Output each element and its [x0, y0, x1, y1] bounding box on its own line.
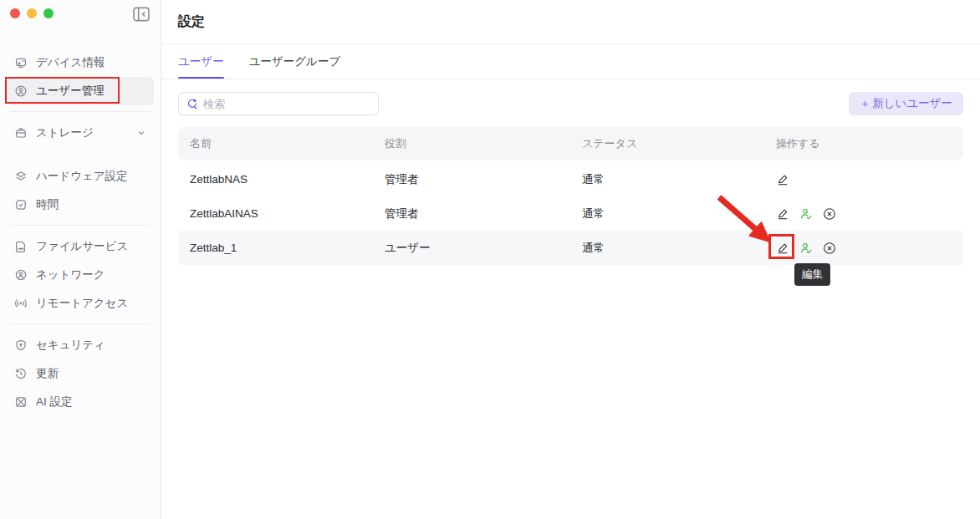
sidebar-item-label: セキュリティ [36, 338, 146, 353]
column-header-actions: 操作する [776, 136, 963, 151]
sidebar-item-device-info[interactable]: デバイス情報 [7, 48, 154, 77]
divider [161, 79, 980, 79]
remote-access-icon [14, 297, 28, 310]
sidebar-item-label: 時間 [36, 197, 146, 212]
sidebar-item-label: 更新 [36, 366, 146, 381]
sidebar: デバイス情報 ユーザー管理 [0, 0, 161, 519]
sidebar-item-network[interactable]: ネットワーク [7, 261, 154, 289]
time-icon [14, 198, 28, 211]
settings-page: 設定 ユーザー ユーザーグループ ＋ 新しいユ [161, 0, 980, 519]
close-button[interactable] [10, 8, 20, 18]
sidebar-item-time[interactable]: 時間 [7, 191, 154, 219]
user-status: 通常 [582, 241, 776, 256]
toolbar: ＋ 新しいユーザー [178, 92, 963, 115]
sidebar-item-storage[interactable]: ストレージ [7, 119, 154, 147]
sidebar-item-security[interactable]: セキュリティ [7, 331, 154, 359]
user-name: Zettlab_1 [178, 242, 385, 254]
user-role: ユーザー [385, 241, 582, 256]
column-header-role: 役割 [385, 136, 582, 151]
edit-user-button[interactable] [776, 242, 789, 255]
update-icon [14, 367, 28, 380]
sidebar-item-label: デバイス情報 [36, 55, 146, 70]
sidebar-divider [10, 225, 151, 226]
new-user-button[interactable]: ＋ 新しいユーザー [849, 92, 963, 115]
sidebar-item-label: AI 設定 [36, 394, 146, 410]
sidebar-item-label: リモートアクセス [36, 296, 146, 311]
edit-pencil-icon [776, 207, 789, 221]
user-permission-button[interactable] [799, 207, 813, 221]
sidebar-item-update[interactable]: 更新 [7, 359, 154, 388]
circle-x-icon [823, 207, 836, 221]
edit-user-button[interactable] [776, 173, 789, 186]
file-service-icon [14, 240, 28, 253]
tab-users[interactable]: ユーザー [178, 44, 224, 79]
minimize-button[interactable] [27, 8, 37, 18]
sidebar-item-remote-access[interactable]: リモートアクセス [7, 289, 154, 318]
tab-label: ユーザーグループ [249, 54, 341, 69]
storage-icon [14, 126, 28, 140]
sidebar-item-label: ストレージ [36, 125, 128, 140]
user-name: ZettlabAINAS [178, 207, 385, 220]
chevron-down-icon[interactable] [136, 128, 146, 138]
sidebar-divider [10, 323, 151, 324]
ai-settings-icon [14, 395, 28, 409]
edit-pencil-icon [776, 242, 789, 255]
circle-x-icon [823, 242, 836, 255]
column-header-name: 名前 [178, 136, 385, 151]
disable-user-button[interactable] [823, 207, 836, 221]
maximize-button[interactable] [43, 8, 54, 18]
tab-label: ユーザー [178, 54, 224, 69]
search-box[interactable] [178, 92, 379, 115]
user-management-icon [14, 84, 28, 98]
table-header: 名前 役割 ステータス 操作する [178, 127, 963, 160]
tooltip-text: 編集 [802, 268, 823, 280]
sidebar-divider [10, 111, 151, 112]
column-header-status: ステータス [582, 136, 776, 151]
device-info-icon [14, 56, 28, 69]
table-row[interactable]: ZettlabNAS 管理者 通常 [178, 162, 963, 196]
sidebar-item-hardware-settings[interactable]: ハードウェア設定 [7, 162, 154, 191]
network-icon [14, 268, 28, 282]
user-status: 通常 [582, 206, 776, 221]
page-title: 設定 [178, 13, 205, 31]
edit-user-button[interactable] [776, 207, 789, 221]
edit-pencil-icon [776, 173, 789, 186]
sidebar-item-label: ネットワーク [36, 267, 146, 282]
window-controls [10, 8, 54, 18]
collapse-sidebar-icon[interactable] [132, 5, 151, 23]
user-name: ZettlabNAS [178, 173, 385, 186]
security-icon [14, 338, 28, 352]
user-status: 通常 [582, 172, 776, 187]
sidebar-item-user-management[interactable]: ユーザー管理 [7, 77, 154, 105]
sidebar-item-label: ユーザー管理 [36, 84, 146, 99]
user-table-body: ZettlabNAS 管理者 通常 ZettlabAINAS 管理者 通常 [178, 162, 963, 265]
user-check-icon [799, 207, 813, 221]
row-actions [776, 207, 963, 221]
sidebar-item-file-service[interactable]: ファイルサービス [7, 232, 154, 261]
sidebar-item-label: ハードウェア設定 [36, 169, 146, 184]
plus-icon: ＋ [860, 96, 871, 111]
row-actions [776, 242, 963, 255]
user-role: 管理者 [385, 172, 582, 187]
tab-user-groups[interactable]: ユーザーグループ [249, 44, 341, 79]
disable-user-button[interactable] [823, 242, 836, 255]
new-user-label: 新しいユーザー [872, 96, 952, 111]
table-row[interactable]: Zettlab_1 ユーザー 通常 [178, 231, 963, 265]
table-row[interactable]: ZettlabAINAS 管理者 通常 [178, 196, 963, 231]
search-icon [186, 98, 198, 110]
sidebar-item-ai-settings[interactable]: AI 設定 [7, 388, 154, 416]
user-role: 管理者 [385, 206, 582, 221]
sidebar-nav: デバイス情報 ユーザー管理 [0, 48, 161, 416]
row-actions [776, 173, 963, 186]
user-check-icon [799, 242, 813, 255]
user-permission-button[interactable] [799, 242, 813, 255]
tab-bar: ユーザー ユーザーグループ [178, 44, 340, 79]
sidebar-item-label: ファイルサービス [36, 239, 146, 254]
edit-tooltip: 編集 [794, 263, 830, 286]
hardware-settings-icon [14, 170, 28, 183]
app-window: デバイス情報 ユーザー管理 [0, 0, 980, 519]
search-input[interactable] [203, 98, 371, 110]
